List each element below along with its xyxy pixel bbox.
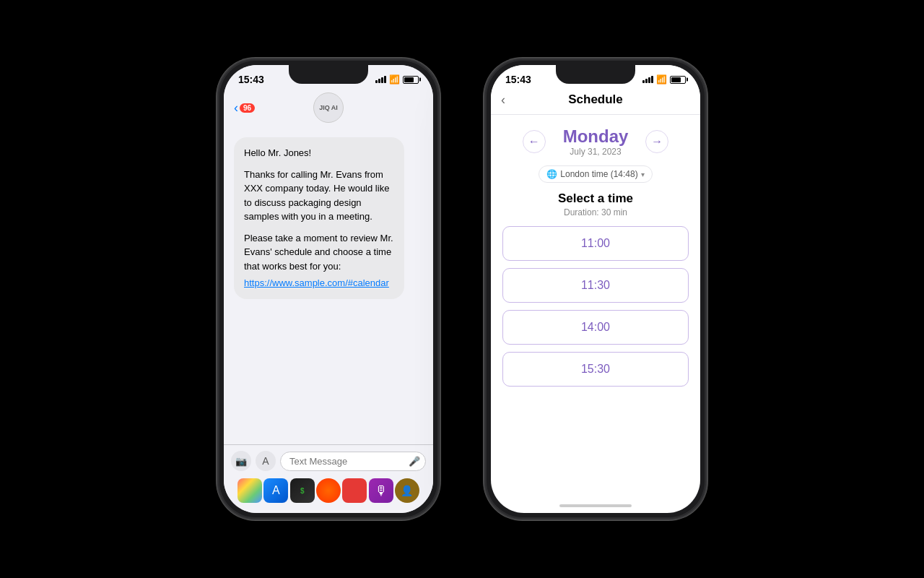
schedule-back-button[interactable]: ‹ bbox=[501, 92, 505, 108]
status-icons-2: 📶 bbox=[642, 74, 686, 85]
battery-icon bbox=[403, 76, 419, 84]
next-arrow-icon: → bbox=[651, 135, 663, 148]
message-input[interactable] bbox=[280, 452, 426, 471]
status-time-1: 15:43 bbox=[238, 74, 264, 85]
phone-messages: 15:43 📶 bbox=[217, 58, 440, 520]
time-slot-4[interactable]: 15:30 bbox=[502, 352, 689, 387]
status-time-2: 15:43 bbox=[505, 74, 531, 85]
signal-icon-2 bbox=[642, 76, 653, 83]
appstore-icon[interactable]: A bbox=[263, 478, 288, 503]
contact-initials: JIQ AI bbox=[319, 104, 338, 111]
back-button[interactable]: ‹ 96 bbox=[234, 101, 255, 114]
schedule-body: ← Monday July 31, 2023 → 🌐 London bbox=[491, 115, 700, 504]
photos-icon[interactable] bbox=[237, 478, 262, 503]
message-greeting: Hello Mr. Jones! bbox=[244, 146, 394, 160]
phones-container: 15:43 📶 bbox=[0, 0, 924, 578]
wifi-icon: 📶 bbox=[389, 74, 400, 85]
schedule-header: ‹ Schedule bbox=[491, 88, 700, 115]
time-slot-3[interactable]: 14:00 bbox=[502, 310, 689, 345]
next-day-button[interactable]: → bbox=[645, 130, 668, 153]
schedule-title: Schedule bbox=[568, 92, 623, 107]
message-header: ‹ 96 JIQ AI bbox=[224, 88, 433, 130]
podcast-icon[interactable]: 🎙 bbox=[369, 478, 393, 503]
notch bbox=[289, 65, 368, 84]
battery-icon-2 bbox=[670, 76, 686, 84]
message-paragraph1: Thanks for calling Mr. Evans from XXX co… bbox=[244, 168, 394, 224]
day-name: Monday bbox=[563, 126, 629, 147]
back-chevron-icon: ‹ bbox=[234, 101, 238, 114]
notch-2 bbox=[556, 65, 635, 84]
signal-icon bbox=[375, 76, 386, 83]
timezone-label: London time (14:48) bbox=[560, 169, 637, 179]
select-time-duration: Duration: 30 min bbox=[502, 207, 689, 217]
app-dock: A $ 🎙 👤 bbox=[231, 475, 426, 510]
day-navigation: ← Monday July 31, 2023 → bbox=[502, 126, 689, 157]
appstore-button[interactable]: A bbox=[256, 451, 276, 471]
schedule-screen: 15:43 📶 bbox=[491, 65, 700, 513]
time-slot-2[interactable]: 11:30 bbox=[502, 268, 689, 303]
prev-day-button[interactable]: ← bbox=[523, 130, 546, 153]
globe-icon: 🌐 bbox=[546, 169, 557, 179]
findmy-icon[interactable] bbox=[316, 478, 341, 503]
time-slot-1[interactable]: 11:00 bbox=[502, 226, 689, 261]
day-date: July 31, 2023 bbox=[563, 147, 629, 157]
contact-avatar[interactable]: JIQ AI bbox=[313, 92, 344, 123]
home-indicator bbox=[559, 504, 632, 507]
wifi-icon-2: 📶 bbox=[656, 74, 667, 85]
red-icon[interactable] bbox=[342, 478, 367, 503]
timezone-button[interactable]: 🌐 London time (14:48) ▾ bbox=[539, 165, 652, 183]
avatar-icon[interactable]: 👤 bbox=[395, 478, 419, 503]
back-badge: 96 bbox=[240, 103, 255, 113]
input-row: 📷 A 🎤 bbox=[231, 451, 426, 471]
status-icons-1: 📶 bbox=[375, 74, 419, 85]
camera-button[interactable]: 📷 bbox=[231, 451, 251, 471]
appcash-icon[interactable]: $ bbox=[290, 478, 315, 503]
select-time-title: Select a time bbox=[502, 191, 689, 206]
day-info: Monday July 31, 2023 bbox=[563, 126, 629, 157]
messages-screen: 15:43 📶 bbox=[224, 65, 433, 513]
message-bubble: Hello Mr. Jones! Thanks for calling Mr. … bbox=[234, 137, 404, 299]
message-paragraph2: Please take a moment to review Mr. Evans… bbox=[244, 231, 394, 274]
message-toolbar: 📷 A 🎤 A $ bbox=[224, 444, 433, 513]
message-link[interactable]: https://www.sample.com/#calendar bbox=[244, 277, 389, 288]
chevron-down-icon: ▾ bbox=[641, 171, 645, 178]
time-slots-list: 11:00 11:30 14:00 15:30 bbox=[502, 226, 689, 387]
mic-icon[interactable]: 🎤 bbox=[409, 456, 420, 467]
select-time-section: Select a time Duration: 30 min bbox=[502, 191, 689, 217]
message-body: Hello Mr. Jones! Thanks for calling Mr. … bbox=[224, 130, 433, 444]
message-input-wrapper: 🎤 bbox=[280, 452, 426, 471]
prev-arrow-icon: ← bbox=[528, 135, 540, 148]
phone-schedule: 15:43 📶 bbox=[484, 58, 707, 520]
